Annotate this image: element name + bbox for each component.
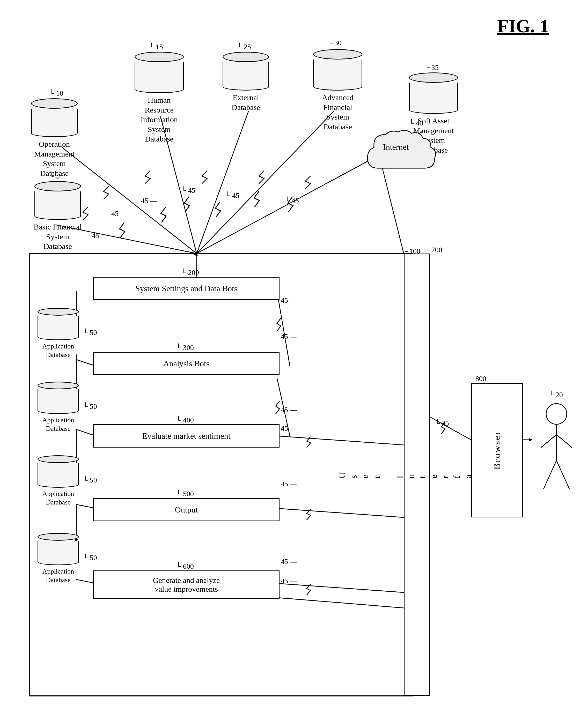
db-hris-label: HumanResourceInformationSystemDatabase xyxy=(141,95,178,144)
person-ref: └ 20 xyxy=(549,391,563,399)
ref-45-ss: 45 — xyxy=(281,296,297,305)
db-advanced-financial: └ 30 AdvancedFinancialSystemDatabase xyxy=(313,49,362,131)
db-external-label: ExternalDatabase xyxy=(232,93,260,112)
app-db-3-label: ApplicationDatabase xyxy=(43,490,74,506)
app-db-4-label: ApplicationDatabase xyxy=(43,567,74,584)
box-system-settings: System Settings and Data Bots xyxy=(93,277,279,300)
ui-bar-ref: └ 700 xyxy=(425,246,442,254)
svg-point-38 xyxy=(546,404,567,424)
box-output-label: Output xyxy=(175,505,198,515)
svg-line-34 xyxy=(277,598,404,608)
ref-45-5: 45 — xyxy=(281,557,297,566)
ref-45-hris: 45 — xyxy=(141,197,157,205)
ref-600: └ 600 xyxy=(176,562,194,570)
ref-500: └ 500 xyxy=(176,490,194,498)
svg-marker-4 xyxy=(194,252,198,256)
box-analysis-bots-label: Analysis Bots xyxy=(163,359,210,368)
ref-400: └ 400 xyxy=(176,416,194,424)
svg-line-15 xyxy=(76,360,96,366)
app-db-4: ApplicationDatabase xyxy=(37,533,79,584)
box-evaluate: Evaluate market sentiment xyxy=(93,424,279,447)
ref-hris: └ 15 xyxy=(149,43,163,51)
user-interface-bar: UserInterface xyxy=(404,254,430,696)
app-db-1-label: ApplicationDatabase xyxy=(43,342,74,359)
figure-title: FIG. 1 xyxy=(497,16,549,37)
box-system-settings-label: System Settings and Data Bots xyxy=(135,284,237,293)
svg-line-28 xyxy=(277,509,404,517)
ref-45-2: 45 — xyxy=(281,406,297,414)
browser-box: Browser xyxy=(471,383,523,517)
ref-advanced-financial: └ 30 xyxy=(327,39,342,47)
db-advanced-financial-label: AdvancedFinancialSystemDatabase xyxy=(322,93,354,131)
db-basic-financial-label: Basic FinancialSystemDatabase xyxy=(34,222,82,251)
ref-45-soft: └ 45 xyxy=(285,197,299,205)
internet-ref: └ 40 xyxy=(409,119,423,127)
ref-200: └ 200 xyxy=(181,268,199,277)
app-db-2: ApplicationDatabase xyxy=(37,382,79,433)
db-hris: └ 15 HumanResourceInformationSystemDatab… xyxy=(134,52,184,144)
internet-cloud: Internet └ 40 xyxy=(357,127,440,179)
ref-45-ui: └ 45 xyxy=(435,419,449,427)
internet-label: Internet xyxy=(383,142,409,152)
ref-45-op: 45 xyxy=(111,210,119,218)
svg-line-43 xyxy=(556,461,570,489)
ref-300: └ 300 xyxy=(176,343,194,352)
svg-line-42 xyxy=(544,461,556,489)
app-db-4-ref: └ 50 xyxy=(83,554,97,562)
ref-45-gen: 45 — xyxy=(281,577,297,585)
ref-soft-asset: └ 35 xyxy=(425,63,439,72)
ref-operation: └ 10 xyxy=(49,89,64,98)
db-external: └ 25 ExternalDatabase xyxy=(223,52,269,112)
app-db-1: ApplicationDatabase xyxy=(37,308,79,359)
svg-marker-37 xyxy=(529,438,533,441)
app-db-2-label: ApplicationDatabase xyxy=(43,416,74,433)
box-output: Output xyxy=(93,498,279,521)
svg-line-7 xyxy=(197,111,334,254)
svg-marker-2 xyxy=(194,252,198,256)
app-db-3: ApplicationDatabase xyxy=(37,455,79,506)
ref-45-basic: 45 xyxy=(92,232,99,240)
app-db-2-ref: └ 50 xyxy=(83,402,97,411)
db-operation: └ 10 OperationManagementSystemDatabase xyxy=(31,98,78,178)
person-figure: └ 20 xyxy=(533,401,580,500)
app-db-1-ref: └ 50 xyxy=(83,329,97,337)
svg-line-20 xyxy=(76,430,96,436)
ref-45-3: 45 — xyxy=(281,424,297,433)
ref-external: └ 25 xyxy=(237,43,251,51)
svg-line-3 xyxy=(62,148,197,254)
svg-line-31 xyxy=(76,579,96,583)
svg-line-41 xyxy=(556,435,572,447)
db-basic-financial: └ 5 Basic FinancialSystemDatabase xyxy=(34,181,82,251)
db-operation-label: OperationManagementSystemDatabase xyxy=(34,139,75,178)
browser-ref: └ 800 xyxy=(469,374,486,383)
ref-45-adv: └ 45 xyxy=(225,191,239,200)
svg-line-6 xyxy=(197,111,249,254)
ref-45-ext: └ 45 xyxy=(181,186,195,194)
svg-line-25 xyxy=(277,436,404,445)
svg-line-26 xyxy=(76,504,96,509)
ref-45-4: 45 — xyxy=(281,480,297,488)
box-generate-label: Generate and analyzevalue improvements xyxy=(153,576,220,594)
box-evaluate-label: Evaluate market sentiment xyxy=(142,431,230,441)
svg-line-40 xyxy=(541,435,556,447)
box-analysis-bots: Analysis Bots xyxy=(93,352,279,375)
app-db-3-ref: └ 50 xyxy=(83,476,97,484)
box-generate: Generate and analyzevalue improvements xyxy=(93,570,279,599)
browser-label: Browser xyxy=(491,431,502,470)
ref-45-1: 45 — xyxy=(281,333,297,341)
